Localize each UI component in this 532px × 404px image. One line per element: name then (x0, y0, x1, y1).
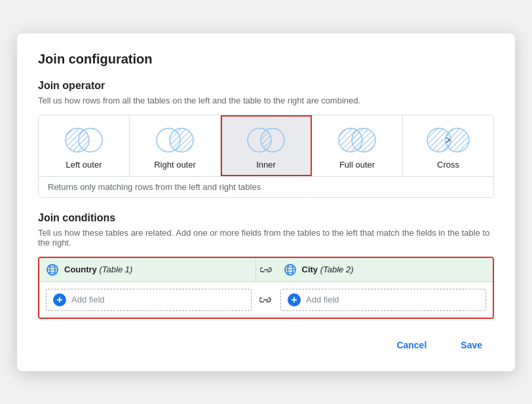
left-outer-icon (60, 124, 107, 156)
inner-icon (242, 124, 290, 156)
link-icon-2 (256, 295, 276, 304)
add-field-left-btn[interactable]: + Add field (46, 289, 252, 311)
add-field-right-btn[interactable]: + Add field (280, 289, 486, 311)
link-icon-1 (256, 265, 277, 274)
globe-icon-left (46, 263, 59, 276)
cross-icon (425, 124, 472, 156)
join-option-inner[interactable]: Inner (221, 115, 312, 176)
join-conditions-label: Join conditions (38, 212, 494, 224)
cross-label: Cross (437, 160, 459, 170)
dialog-footer: Cancel Save (38, 335, 494, 356)
condition-right-field: City (Table 2) (302, 265, 354, 274)
join-option-left-outer[interactable]: Left outer (39, 115, 130, 176)
join-selected-description: Returns only matching rows from the left… (39, 177, 493, 197)
dialog-title: Join configuration (38, 52, 494, 67)
join-option-full-outer[interactable]: Full outer (312, 115, 403, 176)
full-outer-label: Full outer (339, 160, 375, 170)
join-options-row: Left outer Right outer (39, 115, 493, 177)
join-operator-section: Join operator Tell us how rows from all … (38, 80, 494, 198)
condition-left-cell: Country (Table 1) (39, 258, 256, 282)
join-conditions-section: Join conditions Tell us how these tables… (38, 212, 494, 319)
save-button[interactable]: Save (449, 335, 494, 356)
join-operator-desc: Tell us how rows from all the tables on … (38, 96, 494, 105)
svg-point-6 (170, 128, 193, 152)
inner-label: Inner (256, 160, 276, 170)
full-outer-icon (333, 124, 381, 156)
globe-icon-right (284, 263, 297, 276)
cancel-button[interactable]: Cancel (385, 335, 438, 356)
add-field-left-label: Add field (71, 295, 105, 304)
join-option-cross[interactable]: Cross (403, 115, 493, 176)
left-outer-label: Left outer (66, 160, 102, 170)
condition-row: Country (Table 1) (39, 258, 493, 282)
add-icon-left[interactable]: + (53, 293, 66, 306)
condition-left-field: Country (Table 1) (64, 265, 132, 274)
join-configuration-dialog: Join configuration Join operator Tell us… (17, 33, 515, 371)
join-operator-label: Join operator (38, 80, 494, 92)
add-field-right-cell: + Add field (276, 286, 490, 314)
join-option-right-outer[interactable]: Right outer (130, 115, 221, 176)
conditions-table: Country (Table 1) (38, 257, 494, 319)
right-outer-label: Right outer (154, 160, 196, 170)
add-icon-right[interactable]: + (288, 293, 301, 306)
add-field-right-label: Add field (306, 295, 339, 304)
svg-point-14 (352, 128, 375, 152)
join-conditions-desc: Tell us how these tables are related. Ad… (38, 228, 494, 248)
svg-point-2 (66, 128, 89, 152)
right-outer-icon (151, 124, 199, 156)
svg-point-17 (446, 128, 469, 152)
condition-right-cell: City (Table 2) (277, 258, 493, 282)
add-field-left-cell: + Add field (42, 286, 256, 314)
add-field-row: + Add field + Add field (39, 282, 493, 318)
join-operator-box: Left outer Right outer (38, 115, 494, 198)
